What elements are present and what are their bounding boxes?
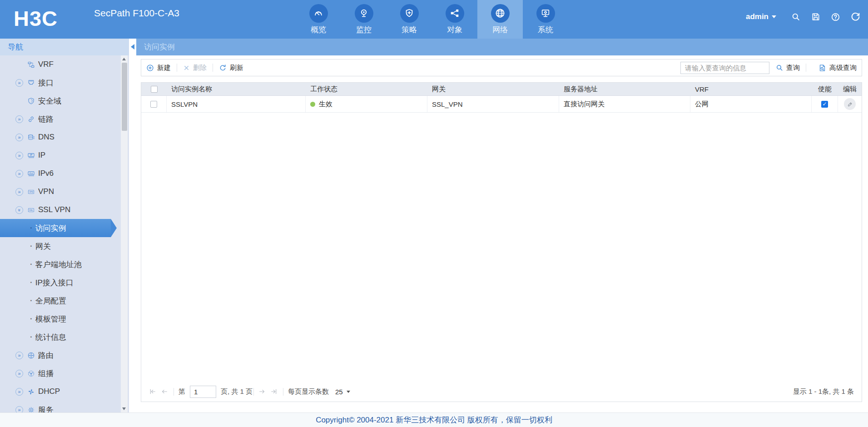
first-page-button[interactable]: [149, 388, 156, 395]
nav-item-system[interactable]: 系统: [523, 0, 568, 39]
sidebar-item-ipv6[interactable]: »IPv6IPv6: [0, 164, 129, 183]
sidebar-item-dns[interactable]: »DNS: [0, 128, 129, 146]
sidebar-subitem-access-instance[interactable]: ·访问实例: [0, 219, 111, 237]
top-nav: 概览监控策略对象网络系统: [296, 0, 568, 39]
sidebar-subitem-label: 访问实例: [35, 223, 66, 233]
per-page-select[interactable]: 25: [335, 388, 350, 396]
scroll-up-icon[interactable]: [122, 58, 126, 60]
sidebar-item-route[interactable]: »路由: [0, 346, 129, 364]
ip-icon: IP: [26, 152, 36, 159]
sidebar-item-interface[interactable]: »接口: [0, 74, 129, 92]
expand-icon[interactable]: »: [15, 370, 23, 377]
dashboard-icon: [309, 4, 328, 23]
refresh-icon: [219, 64, 227, 72]
cell-enable: [812, 96, 838, 112]
nav-item-label: 网络: [492, 25, 508, 35]
collapse-sidebar-icon[interactable]: [131, 44, 134, 50]
advanced-query-label: 高级查询: [829, 64, 857, 72]
next-page-button[interactable]: [258, 388, 266, 395]
sidebar-item-dhcp[interactable]: »DHCP: [0, 382, 129, 401]
nav-item-label: 系统: [538, 25, 553, 35]
expand-icon[interactable]: »: [15, 79, 23, 87]
nav-item-objects[interactable]: 对象: [432, 0, 477, 39]
sidebar-item-service[interactable]: »服务: [0, 401, 129, 412]
delete-button-label: 删除: [193, 64, 207, 72]
sidebar-item-link[interactable]: »链路: [0, 110, 129, 128]
main-panel: 新建 删除 刷新 查询 高级查询: [136, 55, 868, 412]
expand-icon[interactable]: »: [15, 388, 23, 396]
expand-icon[interactable]: »: [15, 152, 23, 159]
nav-item-monitor[interactable]: 监控: [341, 0, 387, 39]
column-header-4: 服务器地址: [559, 83, 690, 95]
nav-item-overview[interactable]: 概览: [296, 0, 341, 39]
divider: [177, 64, 177, 72]
sidebar-item-security-zone[interactable]: »安全域: [0, 92, 129, 110]
refresh-button[interactable]: 刷新: [219, 64, 243, 72]
new-button[interactable]: 新建: [146, 64, 171, 72]
prev-page-button[interactable]: [161, 388, 168, 395]
username-label: admin: [746, 12, 769, 21]
select-all-cell: [141, 83, 167, 95]
save-icon[interactable]: [810, 12, 821, 22]
sidebar-subitem-statistics[interactable]: ·统计信息: [0, 328, 129, 346]
sidebar-subitem-client-address-pool[interactable]: ·客户端地址池: [0, 255, 129, 273]
bullet-dot: ·: [30, 314, 33, 323]
sidebar-item-ip[interactable]: »IPIP: [0, 146, 129, 164]
expand-icon[interactable]: »: [15, 406, 23, 413]
search-input[interactable]: [680, 62, 769, 74]
query-button[interactable]: 查询: [776, 64, 800, 72]
sidebar-subitem-gateway[interactable]: ·网关: [0, 237, 129, 255]
help-icon[interactable]: [830, 12, 841, 22]
page-suffix-label: 页, 共 1 页: [221, 387, 253, 396]
divider: [213, 64, 213, 72]
column-header-7: 编辑: [838, 83, 862, 95]
sidebar-subitem-template-management[interactable]: ·模板管理: [0, 310, 129, 328]
row-checkbox[interactable]: [150, 101, 157, 108]
divider: [253, 388, 254, 396]
sidebar-item-label: 组播: [38, 368, 54, 379]
edit-pencil-icon[interactable]: [844, 98, 856, 110]
refresh-button-label: 刷新: [230, 64, 243, 72]
user-menu[interactable]: admin: [746, 12, 776, 21]
select-all-checkbox[interactable]: [151, 86, 158, 93]
query-search-icon: [776, 64, 783, 71]
sidebar-subitem-global-config[interactable]: ·全局配置: [0, 292, 129, 310]
sidebar-subitem-ip-access-interface[interactable]: ·IP接入接口: [0, 273, 129, 292]
last-page-button[interactable]: [270, 388, 278, 395]
expand-icon[interactable]: »: [15, 134, 23, 141]
delete-button[interactable]: 删除: [183, 64, 207, 72]
footer: Copyright© 2004-2021 新华三技术有限公司 版权所有，保留一切…: [0, 412, 868, 427]
search-icon[interactable]: [790, 12, 801, 22]
svg-text:SSL: SSL: [29, 209, 33, 211]
sidebar-item-multicast[interactable]: »组播: [0, 364, 129, 382]
sidebar-item-vrf[interactable]: »VRF: [0, 55, 129, 74]
svg-text:IPv6: IPv6: [30, 172, 33, 174]
content-tabbar: 访问实例: [136, 39, 868, 55]
nav-item-label: 策略: [402, 25, 417, 35]
divider: [174, 388, 174, 396]
advanced-query-button[interactable]: 高级查询: [818, 64, 857, 72]
expand-icon[interactable]: »: [15, 352, 23, 359]
sidebar-item-ssl-vpn[interactable]: »SSLSSL VPN: [0, 201, 129, 219]
scroll-down-icon[interactable]: [122, 407, 126, 410]
nav-item-network[interactable]: 网络: [477, 0, 523, 39]
per-page-value: 25: [335, 388, 343, 396]
table-row[interactable]: SSLVPN生效SSL_VPN直接访问网关公网: [141, 96, 862, 113]
monitor-icon: [355, 4, 373, 23]
page-number-input[interactable]: [190, 386, 216, 398]
logout-icon[interactable]: [850, 12, 861, 22]
expand-icon[interactable]: »: [15, 170, 23, 178]
nav-item-policy[interactable]: 策略: [387, 0, 432, 39]
sidebar-scrollbar[interactable]: [121, 55, 128, 412]
scrollbar-thumb[interactable]: [122, 63, 127, 131]
multicast-icon: [26, 370, 36, 377]
network-globe-icon: [491, 4, 510, 23]
expand-icon[interactable]: »: [15, 206, 23, 214]
expand-icon[interactable]: »: [15, 188, 23, 196]
expand-icon[interactable]: »: [15, 115, 23, 123]
sidebar-item-vpn[interactable]: »VPNVPN: [0, 183, 129, 201]
divider: [806, 64, 806, 72]
enable-checkbox[interactable]: [821, 101, 828, 108]
sidebar-item-label: DNS: [38, 133, 55, 142]
toolbar-right: 查询 高级查询: [680, 62, 857, 74]
